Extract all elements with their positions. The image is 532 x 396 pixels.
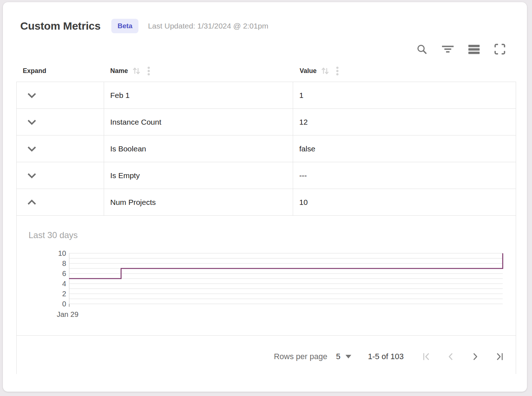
axis-tick-label: 4 xyxy=(62,280,66,288)
name-cell: Num Projects xyxy=(104,189,293,215)
column-menu-icon[interactable] xyxy=(336,66,339,76)
previous-page-icon[interactable] xyxy=(446,352,456,362)
value-cell: 1 xyxy=(293,82,516,108)
beta-badge: Beta xyxy=(111,19,138,33)
expand-row-button[interactable] xyxy=(26,172,37,180)
chevron-down-icon xyxy=(26,172,37,180)
last-page-icon[interactable] xyxy=(495,352,505,362)
column-header-value[interactable]: Value xyxy=(293,66,516,76)
axis-tick-label: 8 xyxy=(62,259,66,267)
expand-cell xyxy=(17,162,104,189)
header: Custom Metrics Beta Last Updated: 1/31/2… xyxy=(3,2,527,33)
table-row: Instance Count12 xyxy=(17,109,516,135)
expand-cell xyxy=(17,82,104,108)
expand-cell xyxy=(17,189,104,215)
column-header-expand-label: Expand xyxy=(23,67,46,74)
chevron-down-icon xyxy=(346,355,351,358)
column-menu-icon[interactable] xyxy=(147,66,150,76)
column-header-value-label: Value xyxy=(300,67,317,75)
chevron-down-icon xyxy=(26,118,37,126)
name-cell: Instance Count xyxy=(104,109,293,135)
series-line xyxy=(69,253,503,279)
chevron-down-icon xyxy=(26,91,37,99)
axis-tick-label: 2 xyxy=(62,290,66,298)
pagination-range-label: 1-5 of 103 xyxy=(368,352,404,361)
rows-per-page-select[interactable]: 5 xyxy=(336,352,351,361)
chevron-down-icon xyxy=(26,145,37,153)
table-header-row: Expand Name xyxy=(16,60,516,82)
chart-title: Last 30 days xyxy=(29,230,516,240)
axis-tick-label: 10 xyxy=(58,249,66,257)
table-footer: Rows per page 5 1-5 of 103 xyxy=(17,336,516,374)
grid-toolbar xyxy=(3,33,527,56)
table-row: Is Booleanfalse xyxy=(17,135,516,162)
fullscreen-icon[interactable] xyxy=(494,43,506,55)
expand-row-button[interactable] xyxy=(26,91,37,99)
collapse-row-button[interactable] xyxy=(26,198,37,206)
expand-cell xyxy=(17,135,104,162)
column-header-name-label: Name xyxy=(110,67,128,75)
column-header-name[interactable]: Name xyxy=(104,66,293,76)
column-header-expand: Expand xyxy=(16,67,104,75)
table-row: Is Empty--- xyxy=(17,162,516,189)
row-detail-panel: Last 30 days 0246810Jan 29 xyxy=(17,216,516,336)
table-body: Feb 11Instance Count12Is BooleanfalseIs … xyxy=(16,82,516,374)
expand-row-button[interactable] xyxy=(26,118,37,126)
expand-cell xyxy=(17,109,104,135)
search-icon[interactable] xyxy=(416,43,428,55)
table-rows: Feb 11Instance Count12Is BooleanfalseIs … xyxy=(17,82,516,216)
name-cell: Is Boolean xyxy=(104,135,293,162)
name-cell: Is Empty xyxy=(104,162,293,189)
filter-icon[interactable] xyxy=(442,43,454,55)
axis-tick-label: 0 xyxy=(62,300,66,308)
rows-per-page-value: 5 xyxy=(336,352,340,361)
sort-icon[interactable] xyxy=(132,66,141,76)
chevron-up-icon xyxy=(26,198,37,206)
table-row: Feb 11 xyxy=(17,82,516,109)
value-cell: false xyxy=(293,135,516,162)
value-cell: 10 xyxy=(293,189,516,215)
last-updated-text: Last Updated: 1/31/2024 @ 2:01pm xyxy=(148,22,268,30)
value-cell: 12 xyxy=(293,109,516,135)
axis-tick-label: Jan 29 xyxy=(57,310,78,318)
value-cell: --- xyxy=(293,162,516,189)
custom-metrics-card: Custom Metrics Beta Last Updated: 1/31/2… xyxy=(3,2,527,392)
expand-row-button[interactable] xyxy=(26,145,37,153)
first-page-icon[interactable] xyxy=(421,352,431,362)
next-page-icon[interactable] xyxy=(470,352,480,362)
name-cell: Feb 1 xyxy=(104,82,293,108)
page-title: Custom Metrics xyxy=(20,20,100,32)
pagination-controls xyxy=(421,352,505,362)
rows-per-page-label: Rows per page xyxy=(274,352,327,361)
table-row: Num Projects10 xyxy=(17,189,516,216)
num-projects-step-chart: 0246810Jan 29 xyxy=(29,248,513,320)
density-icon[interactable] xyxy=(468,43,480,55)
sort-icon[interactable] xyxy=(321,66,329,76)
custom-metrics-table: Expand Name xyxy=(16,60,516,374)
axis-tick-label: 6 xyxy=(62,270,66,277)
